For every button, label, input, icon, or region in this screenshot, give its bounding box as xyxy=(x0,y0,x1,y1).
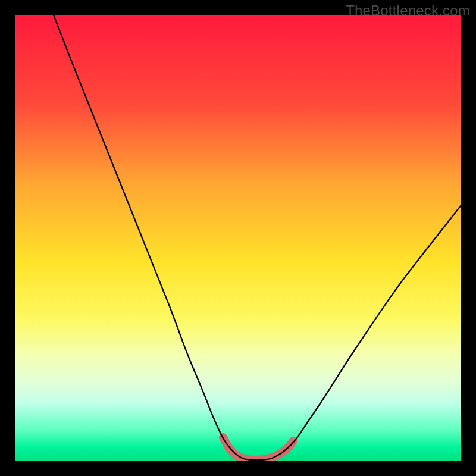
watermark-text: TheBottleneck.com xyxy=(346,2,470,19)
chart-frame: TheBottleneck.com xyxy=(0,0,476,476)
gradient-background xyxy=(15,15,461,461)
chart-svg xyxy=(15,15,461,461)
plot-area xyxy=(15,15,461,461)
